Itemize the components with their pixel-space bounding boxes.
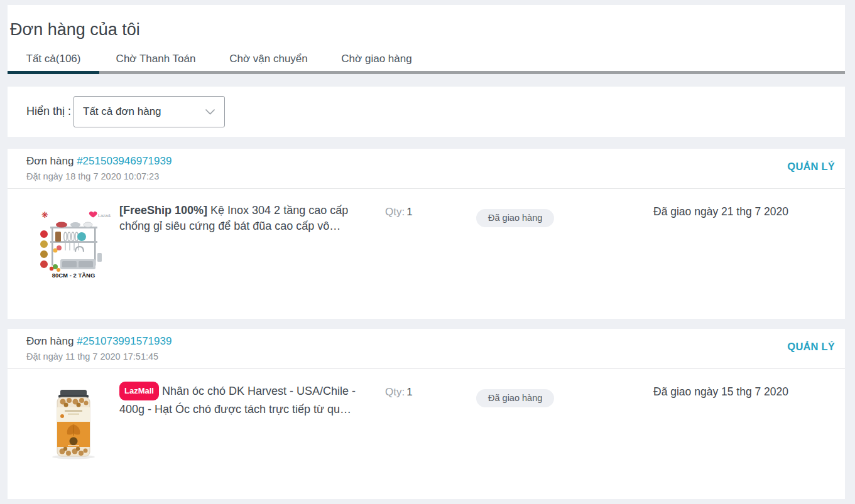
order-number-link[interactable]: #251073991571939 [77, 335, 172, 347]
tab-pending-delivery[interactable]: Chờ giao hàng [325, 46, 428, 71]
order-tabs: Tất cả(106) Chờ Thanh Toán Chờ vận chuyể… [8, 46, 845, 74]
product-title[interactable]: LazMallNhân óc chó DK Harvest - USA/Chil… [119, 383, 361, 417]
filter-selected-value: Tất cả đơn hàng [83, 105, 205, 118]
active-tab-indicator [8, 71, 99, 74]
tab-label: Tất cả(106) [26, 53, 81, 65]
manage-order-link[interactable]: QUẢN LÝ [787, 341, 835, 353]
page-title: Đơn hàng của tôi [10, 20, 140, 40]
tab-track [8, 71, 845, 74]
filter-label: Hiển thị : [26, 105, 71, 118]
brand-flower-icon: ❋ [41, 210, 48, 220]
orders-header: Đơn hàng của tôi Tất cả(106) Chờ Thanh T… [8, 5, 845, 74]
order-item-row: ❋ Lazada [8, 189, 845, 319]
filter-bar: Hiển thị : Tất cả đơn hàng [8, 87, 845, 137]
delivered-date: Đã giao ngày 21 thg 7 2020 [653, 205, 788, 218]
product-title-prefix: [FreeShip 100%] [119, 204, 207, 217]
qty-label: Qty: [385, 206, 405, 218]
qty-label: Qty: [385, 386, 405, 398]
product-image[interactable] [36, 387, 111, 461]
filter-select[interactable]: Tất cả đơn hàng [74, 96, 225, 127]
walnut-jar-image [36, 387, 111, 461]
tab-pending-shipment[interactable]: Chờ vận chuyển [212, 46, 325, 71]
qty-value: 1 [406, 206, 412, 218]
image-caption-text: 80CM - 2 TẦNG [52, 272, 95, 279]
order-label: Đơn hàng [26, 335, 74, 347]
order-item-row: LazMallNhân óc chó DK Harvest - USA/Chil… [8, 369, 845, 499]
order-placed-date: Đặt ngày 11 thg 7 2020 17:51:45 [26, 351, 158, 362]
delivered-date: Đã giao ngày 15 thg 7 2020 [653, 385, 788, 399]
tab-all-orders[interactable]: Tất cả(106) [8, 46, 99, 71]
order-header: Đơn hàng #251503946971939 Đặt ngày 18 th… [8, 149, 845, 189]
qty-value: 1 [406, 386, 412, 398]
brand-text: Lazada [98, 213, 111, 218]
order-title: Đơn hàng #251503946971939 [26, 155, 172, 168]
order-title: Đơn hàng #251073991571939 [26, 335, 172, 348]
status-badge: Đã giao hàng [476, 389, 554, 407]
order-header: Đơn hàng #251073991571939 Đặt ngày 11 th… [8, 329, 845, 369]
order-number-link[interactable]: #251503946971939 [77, 155, 172, 167]
order-label: Đơn hàng [26, 155, 74, 167]
quantity: Qty:1 [385, 206, 413, 218]
manage-order-link[interactable]: QUẢN LÝ [787, 161, 835, 173]
tab-label: Chờ giao hàng [341, 53, 411, 65]
order-card: Đơn hàng #251073991571939 Đặt ngày 11 th… [8, 329, 845, 499]
tab-label: Chờ vận chuyển [229, 53, 308, 65]
lazmall-badge: LazMall [119, 382, 159, 400]
quantity: Qty:1 [385, 386, 413, 399]
chevron-down-icon [205, 109, 215, 115]
order-placed-date: Đặt ngày 18 thg 7 2020 10:07:23 [26, 171, 159, 181]
dish-rack-image: ❋ Lazada [36, 206, 111, 281]
tab-label: Chờ Thanh Toán [116, 53, 196, 65]
tab-pending-payment[interactable]: Chờ Thanh Toán [99, 46, 212, 71]
product-title[interactable]: [FreeShip 100%] Kệ Inox 304 2 tầng cao c… [119, 203, 361, 234]
product-image[interactable]: ❋ Lazada [36, 206, 111, 281]
order-card: Đơn hàng #251503946971939 Đặt ngày 18 th… [8, 149, 845, 319]
status-badge: Đã giao hàng [476, 209, 554, 227]
